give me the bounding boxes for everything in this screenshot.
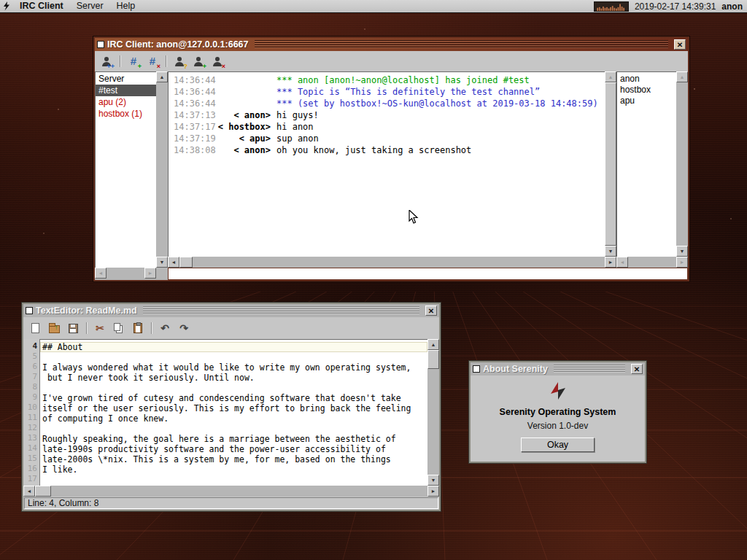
badge: ? <box>184 63 188 70</box>
channel-item[interactable]: #test <box>96 85 156 96</box>
okay-button[interactable]: Okay <box>521 438 595 452</box>
editor-hscrollbar[interactable]: ◄ ► <box>23 486 439 497</box>
line-number: 11 <box>23 413 39 423</box>
scrollbar-thumb[interactable] <box>605 82 616 246</box>
chat-scrollbar[interactable]: ▲ ▼ <box>605 71 616 257</box>
join-channel-icon[interactable]: #+ <box>125 53 142 69</box>
window-icon <box>97 41 104 48</box>
message-timestamp: 14:37:13 <box>169 109 215 121</box>
channel-item[interactable]: Server <box>96 73 156 85</box>
scroll-left-icon[interactable]: ◄ <box>95 268 107 279</box>
editor-vscrollbar[interactable]: ▲ ▼ <box>427 339 439 486</box>
scroll-down-icon[interactable]: ▼ <box>156 257 168 268</box>
scrollbar-corner <box>156 268 168 280</box>
cut-icon: ✂ <box>96 323 104 333</box>
scroll-down-icon[interactable]: ▼ <box>427 475 439 486</box>
scroll-right-icon[interactable]: ► <box>605 257 616 268</box>
scroll-up-icon[interactable]: ▲ <box>605 71 616 82</box>
scroll-up-icon[interactable]: ▲ <box>156 71 168 82</box>
scrollbar-track[interactable] <box>156 82 168 257</box>
editor-line: I always wondered what it would be like … <box>40 362 427 373</box>
new-file-icon[interactable] <box>26 320 44 336</box>
undo-icon[interactable]: ↶ <box>156 320 174 336</box>
channel-item[interactable]: hostbox (1) <box>96 108 156 120</box>
scrollbar-track[interactable] <box>427 369 439 475</box>
member-item[interactable]: apu <box>617 96 676 106</box>
text-content[interactable]: ## AboutI always wondered what it would … <box>40 339 427 486</box>
menu-help[interactable]: Help <box>110 0 142 13</box>
chat-message: 14:37:19< apu>sup anon <box>169 133 605 144</box>
whois-icon[interactable]: ? <box>171 53 188 69</box>
scroll-down-icon[interactable]: ▼ <box>605 246 616 257</box>
badge: + <box>203 63 206 70</box>
scroll-up-icon[interactable]: ▲ <box>427 339 439 350</box>
channel-hscrollbar[interactable]: ◄ ► <box>95 268 156 279</box>
open-query-icon[interactable]: + <box>190 53 207 69</box>
channel-list[interactable]: Server#testapu (2)hostbox (1) <box>95 71 156 268</box>
irc-titlebar[interactable]: IRC Client: anon@127.0.0.1:6667 ✕ <box>95 38 688 51</box>
cut-icon[interactable]: ✂ <box>91 320 109 336</box>
about-window-title: About Serenity <box>483 364 548 374</box>
about-titlebar[interactable]: About Serenity ✕ <box>471 362 645 376</box>
scrollbar-track[interactable] <box>676 82 688 246</box>
scroll-left-icon[interactable]: ◄ <box>616 257 628 268</box>
member-list-scrollbar[interactable]: ▲ ▼ <box>676 71 688 257</box>
scroll-right-icon[interactable]: ► <box>427 486 439 497</box>
member-item[interactable]: hostbox <box>617 85 676 96</box>
hash-glyph: # <box>131 56 136 66</box>
chat-log[interactable]: 14:36:44*** anon [anon!~anon@localhost] … <box>168 71 605 257</box>
scroll-down-icon[interactable]: ▼ <box>676 246 688 257</box>
message-timestamp: 14:36:44 <box>169 74 215 86</box>
member-hscrollbar[interactable]: ◄ ► <box>616 257 688 268</box>
message-nick <box>215 74 271 86</box>
texteditor-window: TextEditor: ReadMe.md ✕ ✂↶↷ 345678910111… <box>22 303 441 511</box>
line-number: 8 <box>23 382 39 392</box>
connect-icon[interactable]: ++ <box>98 53 115 69</box>
scrollbar-track[interactable] <box>107 268 144 279</box>
system-lightning-icon[interactable] <box>0 1 13 11</box>
close-icon[interactable]: ✕ <box>425 306 437 316</box>
line-number: 7 <box>23 372 39 382</box>
paste-icon[interactable] <box>129 320 147 336</box>
message-input-wrap <box>168 268 688 280</box>
menu-server[interactable]: Server <box>70 0 110 13</box>
scroll-right-icon[interactable]: ► <box>676 257 688 268</box>
message-timestamp: 14:36:44 <box>169 86 215 98</box>
irc-bottom-row: ◄ ► <box>95 268 688 280</box>
current-user: anon <box>721 1 743 12</box>
scrollbar-track[interactable] <box>628 257 676 268</box>
line-text: I always wondered what it would be like … <box>40 362 427 373</box>
menu-app[interactable]: IRC Client <box>13 0 70 13</box>
message-nick: < hostbox> <box>215 121 271 133</box>
message-input[interactable] <box>169 268 687 279</box>
close-icon[interactable]: ✕ <box>674 39 686 50</box>
scroll-left-icon[interactable]: ◄ <box>23 486 35 497</box>
clock: 2019-02-17 14:39:31 <box>635 1 716 12</box>
close-query-icon[interactable]: × <box>209 53 226 69</box>
member-list[interactable]: anonhostboxapu <box>616 71 676 257</box>
scrollbar-thumb[interactable] <box>35 486 51 497</box>
line-number: 6 <box>23 362 39 372</box>
paste-icon <box>133 323 142 333</box>
scroll-up-icon[interactable]: ▲ <box>676 71 688 82</box>
chat-hscrollbar[interactable]: ◄ ► <box>168 257 616 268</box>
scrollbar-track[interactable] <box>193 257 605 268</box>
line-number: 14 <box>23 443 39 454</box>
scroll-left-icon[interactable]: ◄ <box>168 257 179 268</box>
channel-item[interactable]: apu (2) <box>96 96 156 108</box>
scroll-right-icon[interactable]: ► <box>144 268 156 279</box>
copy-icon[interactable] <box>110 320 128 336</box>
texteditor-titlebar[interactable]: TextEditor: ReadMe.md ✕ <box>23 304 439 317</box>
close-icon[interactable]: ✕ <box>631 364 643 374</box>
scrollbar-track[interactable] <box>51 486 427 497</box>
part-channel-icon[interactable]: #× <box>144 53 161 69</box>
channel-list-scrollbar[interactable]: ▲ ▼ <box>156 71 168 268</box>
redo-icon[interactable]: ↷ <box>175 320 193 336</box>
line-number: 12 <box>23 423 39 433</box>
open-file-icon[interactable] <box>45 320 63 336</box>
scrollbar-thumb[interactable] <box>179 257 193 268</box>
editor-area: 34567891011121314151617 ## AboutI always… <box>23 339 439 486</box>
save-icon[interactable] <box>64 320 82 336</box>
member-item[interactable]: anon <box>617 74 676 85</box>
scrollbar-thumb[interactable] <box>427 350 439 369</box>
